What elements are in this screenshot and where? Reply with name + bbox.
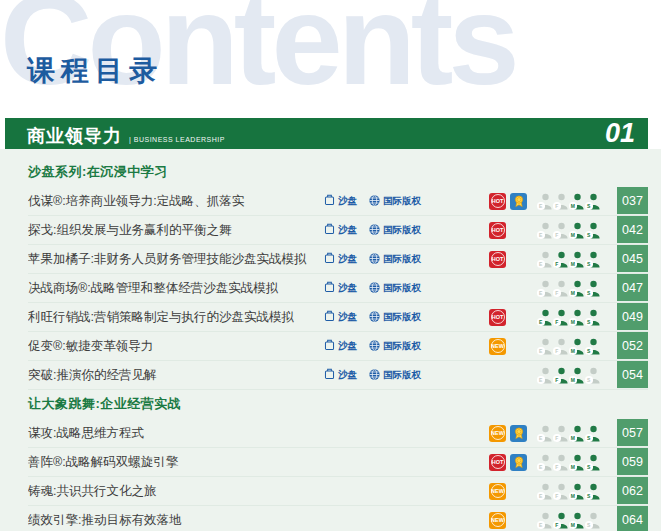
audience-person-icon: F [554, 367, 569, 384]
course-row[interactable]: 利旺行销战:营销策略制定与执行的沙盘实战模拟 沙盘 [28, 303, 648, 332]
page-number[interactable]: 045 [617, 245, 648, 273]
page-number[interactable]: 049 [617, 303, 648, 331]
audience-letter: S [585, 231, 593, 239]
audience-letter: F [553, 231, 561, 239]
page-number[interactable]: 059 [617, 448, 648, 476]
page-number[interactable]: 062 [617, 477, 648, 505]
page-number[interactable]: 042 [617, 216, 648, 244]
award-medal-badge [510, 425, 527, 442]
sandbox-label: 沙盘 [338, 224, 357, 237]
audience-letter: M [569, 318, 577, 326]
page-number[interactable]: 064 [617, 506, 648, 531]
audience-person-icon: E [538, 222, 553, 239]
audience-letter: F [553, 289, 561, 297]
audience-person-icon: F [554, 338, 569, 355]
sections: 沙盘系列:在沉浸中学习 伐谋®:培养商业领导力:定战略、抓落实 沙盘 [0, 158, 661, 531]
audience-group: E F M S [535, 245, 601, 273]
badge-group [489, 274, 535, 302]
audience-person-icon: F [554, 454, 569, 471]
badge-group: NEW [489, 419, 535, 447]
course-row[interactable]: 善阵®:战略解码双螺旋引擎 沙盘 [28, 448, 648, 477]
audience-letter: S [585, 434, 593, 442]
audience-letter: M [569, 202, 577, 210]
audience-person-icon: F [554, 425, 569, 442]
course-row[interactable]: 谋攻:战略思维方程式 沙盘 [28, 419, 648, 448]
intl-copyright-label: 国际版权 [383, 282, 421, 295]
page-number[interactable]: 037 [617, 187, 648, 215]
page-header: Contents 课程目录 [0, 0, 661, 118]
audience-letter: S [585, 318, 593, 326]
badge-group: HOT [489, 448, 535, 476]
sandbox-tag: 沙盘 [324, 281, 357, 295]
page-number[interactable]: 054 [617, 361, 648, 389]
course-title: 伐谋®:培养商业领导力:定战略、抓落实 [28, 187, 324, 215]
sandbox-label: 沙盘 [338, 195, 357, 208]
page-number[interactable]: 052 [617, 332, 648, 360]
page-number[interactable]: 047 [617, 274, 648, 302]
sandbox-icon [324, 368, 335, 382]
audience-person-icon: E [538, 251, 553, 268]
audience-letter: S [585, 289, 593, 297]
audience-person-icon: S [586, 425, 601, 442]
course-row[interactable]: 探戈:组织发展与业务赢利的平衡之舞 沙盘 [28, 216, 648, 245]
audience-person-icon: M [570, 338, 585, 355]
course-tags: 沙盘 国际版权 [324, 187, 489, 215]
contents-list: 沙盘系列:在沉浸中学习 伐谋®:培养商业领导力:定战略、抓落实 沙盘 [0, 149, 661, 531]
audience-person-icon: E [538, 483, 553, 500]
course-list: 伐谋®:培养商业领导力:定战略、抓落实 沙盘 [0, 187, 661, 390]
intl-copyright-label: 国际版权 [383, 195, 421, 208]
audience-person-icon: E [538, 454, 553, 471]
sandbox-icon [324, 194, 335, 208]
audience-letter: S [585, 347, 593, 355]
course-row[interactable]: 绩效引擎:推动目标有效落地 沙盘 [28, 506, 648, 531]
audience-person-icon: S [586, 193, 601, 210]
audience-letter: F [553, 260, 561, 268]
course-row[interactable]: 苹果加橘子:非财务人员财务管理技能沙盘实战模拟 沙盘 [28, 245, 648, 274]
intl-copyright-label: 国际版权 [383, 224, 421, 237]
audience-person-icon: M [570, 251, 585, 268]
course-row[interactable]: 促变®:敏捷变革领导力 沙盘 [28, 332, 648, 361]
audience-letter: S [585, 521, 593, 529]
sandbox-icon [324, 339, 335, 353]
audience-person-icon: S [586, 512, 601, 529]
audience-letter: S [585, 376, 593, 384]
globe-icon [369, 224, 380, 237]
badge-group: HOT [489, 216, 535, 244]
audience-person-icon: E [538, 309, 553, 326]
course-row[interactable]: 突破:推演你的经营见解 沙盘 [28, 361, 648, 390]
audience-person-icon: S [586, 454, 601, 471]
course-row[interactable]: 决战商场®:战略管理和整体经营沙盘实战模拟 沙盘 [28, 274, 648, 303]
intl-copyright-tag: 国际版权 [369, 224, 421, 237]
new-badge: NEW [489, 512, 506, 529]
audience-group: E F M S [535, 187, 601, 215]
audience-group: E F M S [535, 361, 601, 389]
audience-person-icon: M [570, 193, 585, 210]
audience-letter: F [553, 202, 561, 210]
intl-copyright-label: 国际版权 [383, 311, 421, 324]
category-name-en: | BUSINESS LEADERSHIP [129, 136, 225, 143]
page-number[interactable]: 057 [617, 419, 648, 447]
badge-group: NEW [489, 332, 535, 360]
audience-letter: E [537, 492, 545, 500]
hot-badge: HOT [489, 193, 506, 210]
audience-group: E F M S [535, 274, 601, 302]
course-tags: 沙盘 国际版权 [324, 361, 489, 389]
audience-letter: M [569, 463, 577, 471]
audience-letter: F [553, 434, 561, 442]
audience-person-icon: E [538, 193, 553, 210]
course-row[interactable]: 伐谋®:培养商业领导力:定战略、抓落实 沙盘 [28, 187, 648, 216]
course-row[interactable]: 铸魂:共识共行文化之旅 沙盘 [28, 477, 648, 506]
globe-icon [369, 311, 380, 324]
audience-person-icon: E [538, 280, 553, 297]
audience-person-icon: M [570, 280, 585, 297]
intl-copyright-tag: 国际版权 [369, 282, 421, 295]
sandbox-tag: 沙盘 [324, 194, 357, 208]
course-list: 谋攻:战略思维方程式 沙盘 [0, 419, 661, 531]
audience-letter: E [537, 347, 545, 355]
badge-group: HOT [489, 187, 535, 215]
new-badge: NEW [489, 425, 506, 442]
audience-letter: F [553, 492, 561, 500]
sandbox-label: 沙盘 [338, 340, 357, 353]
audience-letter: F [553, 347, 561, 355]
audience-person-icon: E [538, 367, 553, 384]
